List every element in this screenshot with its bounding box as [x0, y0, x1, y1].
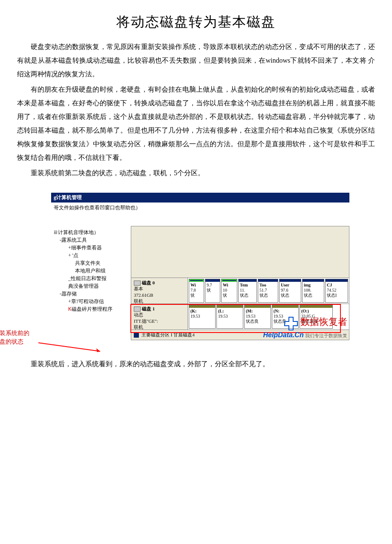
tree-shared: 共享文件夹 — [75, 259, 129, 267]
window-menubar: 哥文件如操作也查看凹窗口也帮助也） — [51, 203, 349, 213]
computer-icon: 🖥 — [53, 229, 58, 235]
nav-tree: 🖥计算机音理体地） -露系统工具 +细事件查看器 + '点 共享文件夹 本地用户… — [51, 226, 131, 340]
legend-swatch — [134, 333, 139, 338]
paragraph-3: 重装系统前第二块盘的状态，动态磁盘，联机，5个分区。 — [17, 166, 375, 180]
disk1-name: 磁盘 1 — [142, 306, 155, 311]
tree-systools: -露系统工具 — [60, 236, 129, 244]
window-titlebar: g计算机管理 — [51, 193, 349, 203]
tree-storage: -愿存储 — [60, 290, 129, 298]
watermark-tagline: 我们专注于数据恢复 — [305, 333, 347, 338]
tree-event: +细事件查看器 — [68, 244, 129, 252]
tree-users: 本地用户和组 — [75, 267, 129, 275]
page-title: 将动态磁盘转为基本磁盘 — [17, 13, 375, 32]
paragraph-2: 有的朋友在升级硬盘的时候，老硬盘，有时会挂在电脑上做从盘，从盘初始化的时候有的初… — [17, 83, 375, 165]
disk0-size: 372.61GB — [134, 292, 185, 298]
disk-icon — [134, 281, 141, 286]
disk1-size: ITT.德"GE": — [134, 318, 185, 324]
paragraph-1: 硬盘变动态的数据恢复，常见原因有重新安装操作系统，导致原本联机状态的动态分区，变… — [17, 40, 375, 81]
disk-icon — [134, 307, 141, 312]
disk-view: 磁盘 0 基本 372.61GB 联机 Wi7.8状 9.7状 Wi10状 Te… — [131, 226, 349, 340]
legend-text: 主要磁盘分区 I 甘晨磁盘4 — [141, 332, 195, 338]
tree-root: 计算机音理体地） — [58, 229, 99, 235]
tree-remov: +章?可程动存信 — [68, 298, 129, 305]
screenshot-compmgmt: g计算机管理 哥文件如操作也查看凹窗口也帮助也） 🖥计算机音理体地） -露系统工… — [51, 193, 349, 340]
tree-k-icon: K — [68, 306, 72, 312]
tree-defrag: 磁盘碎片整理程序 — [72, 306, 112, 312]
tree-perf: _性能日志和警报 — [68, 275, 129, 282]
cross-icon — [284, 316, 298, 331]
watermark-domain: HelpData.Cn — [263, 331, 304, 339]
disk0-name: 磁盘 0 — [142, 280, 155, 285]
disk-0-row: 磁盘 0 基本 372.61GB 联机 Wi7.8状 9.7状 Wi10状 Te… — [131, 278, 349, 304]
watermark-title: 数据恢复者 — [300, 316, 347, 327]
watermark: 数据恢复者 HelpData.Cn 我们专注于数据恢复 — [263, 316, 347, 339]
tree-devmgr: 典没备管理器 — [68, 282, 129, 290]
paragraph-4: 重装系统后，进入系统看到，原来的动态磁盘变成，外部了，分区全部不见了。 — [17, 357, 375, 371]
disk0-type: 基本 — [134, 286, 185, 292]
tree-dot: + '点 — [68, 252, 129, 259]
annotation-arrow — [38, 342, 102, 355]
svg-line-0 — [38, 343, 100, 351]
annotation-text: 未装系统前的硬盘的状态 — [0, 329, 29, 346]
disk1-type: 动态 — [134, 312, 185, 318]
